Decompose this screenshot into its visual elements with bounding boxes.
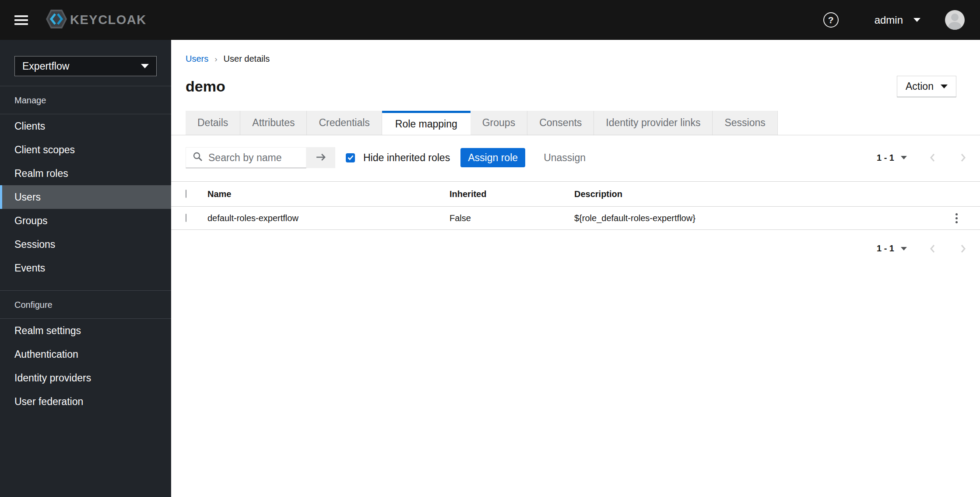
help-icon[interactable]: ?	[823, 12, 839, 28]
search-box	[186, 147, 306, 168]
username: admin	[875, 14, 903, 26]
avatar-person-icon	[951, 14, 959, 21]
chevron-down-icon	[941, 85, 948, 88]
keycloak-logo[interactable]: KEYCLOAK	[46, 9, 147, 31]
column-header-inherited: Inherited	[450, 189, 574, 199]
check-icon	[348, 155, 354, 160]
keycloak-logo-icon	[46, 9, 67, 31]
chevron-right-icon: ›	[214, 54, 217, 64]
tab-attributes[interactable]: Attributes	[240, 111, 307, 135]
hamburger-menu-icon[interactable]	[14, 15, 28, 25]
tab-sessions[interactable]: Sessions	[713, 111, 777, 135]
chevron-right-icon	[959, 244, 967, 254]
breadcrumb-users-link[interactable]: Users	[186, 54, 208, 64]
hide-inherited-roles-checkbox[interactable]	[346, 153, 355, 162]
chevron-right-icon	[959, 153, 967, 162]
select-all-checkbox[interactable]	[186, 190, 186, 198]
toolbar: Hide inherited roles Assign role Unassig…	[171, 147, 980, 168]
masthead-right: ? admin	[823, 10, 965, 30]
hide-inherited-roles-label[interactable]: Hide inherited roles	[363, 152, 450, 164]
row-description: ${role_default-roles-expertflow}	[574, 213, 949, 223]
sidebar-item-identity-providers[interactable]: Identity providers	[0, 366, 171, 390]
breadcrumb-current: User details	[224, 54, 270, 64]
tab-role-mapping[interactable]: Role mapping	[382, 111, 471, 135]
column-header-name: Name	[207, 189, 450, 199]
avatar[interactable]	[945, 10, 965, 30]
tab-credentials[interactable]: Credentials	[307, 111, 382, 135]
tab-consents[interactable]: Consents	[527, 111, 594, 135]
search-group	[186, 147, 335, 168]
tab-details[interactable]: Details	[186, 111, 240, 135]
sidebar-item-groups[interactable]: Groups	[0, 209, 171, 233]
row-inherited: False	[450, 213, 574, 223]
brand-text: KEYCLOAK	[70, 13, 147, 27]
pagination-menu-toggle-icon[interactable]	[901, 156, 907, 159]
action-dropdown-button[interactable]: Action	[897, 76, 956, 97]
search-submit-button[interactable]	[306, 147, 335, 168]
row-kebab-menu-icon[interactable]	[955, 213, 958, 223]
pagination-bottom-wrap: 1 - 1	[171, 243, 980, 254]
sidebar-item-client-scopes[interactable]: Client scopes	[0, 138, 171, 162]
pagination-range: 1 - 1	[877, 153, 894, 163]
unassign-button[interactable]: Unassign	[544, 152, 586, 164]
table-row: default-roles-expertflow False ${role_de…	[171, 207, 980, 230]
sidebar-item-sessions[interactable]: Sessions	[0, 233, 171, 256]
user-menu[interactable]: admin	[875, 14, 920, 26]
chevron-down-icon	[141, 64, 149, 68]
chevron-left-icon	[928, 244, 937, 254]
sidebar-item-realm-roles[interactable]: Realm roles	[0, 162, 171, 185]
pagination-bottom: 1 - 1	[877, 243, 967, 254]
pagination-range: 1 - 1	[877, 243, 894, 254]
pagination-prev-button[interactable]	[928, 153, 937, 162]
assign-role-button[interactable]: Assign role	[460, 148, 525, 167]
pagination-next-button[interactable]	[959, 153, 967, 162]
masthead: KEYCLOAK ? admin	[0, 0, 980, 40]
chevron-down-icon	[913, 18, 920, 22]
page-title: demo	[186, 78, 225, 95]
row-name: default-roles-expertflow	[207, 213, 450, 223]
breadcrumb: Users › User details	[186, 54, 956, 64]
chevron-left-icon	[928, 153, 937, 162]
search-input[interactable]	[208, 152, 302, 164]
tab-identity-provider-links[interactable]: Identity provider links	[594, 111, 713, 135]
nav-section-manage: Manage	[0, 86, 171, 114]
tab-groups[interactable]: Groups	[471, 111, 527, 135]
realm-selector-label: Expertflow	[22, 60, 69, 72]
row-checkbox[interactable]	[186, 214, 186, 222]
nav-section-configure: Configure	[0, 291, 171, 318]
arrow-right-icon	[315, 152, 327, 163]
role-mapping-table: Name Inherited Description default-roles…	[171, 181, 980, 230]
tab-bar: Details Attributes Credentials Role mapp…	[171, 111, 980, 135]
sidebar: Expertflow Manage Clients Client scopes …	[0, 40, 171, 497]
sidebar-item-users[interactable]: Users	[0, 185, 171, 209]
pagination-menu-toggle-icon[interactable]	[901, 247, 907, 250]
realm-selector[interactable]: Expertflow	[14, 56, 157, 76]
sidebar-item-authentication[interactable]: Authentication	[0, 342, 171, 366]
column-header-description: Description	[574, 189, 949, 199]
sidebar-item-events[interactable]: Events	[0, 256, 171, 280]
pagination-next-button[interactable]	[959, 244, 967, 254]
hide-inherited-roles-control: Hide inherited roles	[346, 152, 450, 164]
search-icon	[193, 152, 203, 164]
pagination-top: 1 - 1	[877, 153, 967, 163]
sidebar-item-realm-settings[interactable]: Realm settings	[0, 319, 171, 342]
table-header-row: Name Inherited Description	[171, 182, 980, 207]
pagination-prev-button[interactable]	[928, 244, 937, 254]
sidebar-item-clients[interactable]: Clients	[0, 114, 171, 138]
sidebar-item-user-federation[interactable]: User federation	[0, 390, 171, 413]
main-content: Users › User details demo Action Details…	[171, 40, 980, 497]
